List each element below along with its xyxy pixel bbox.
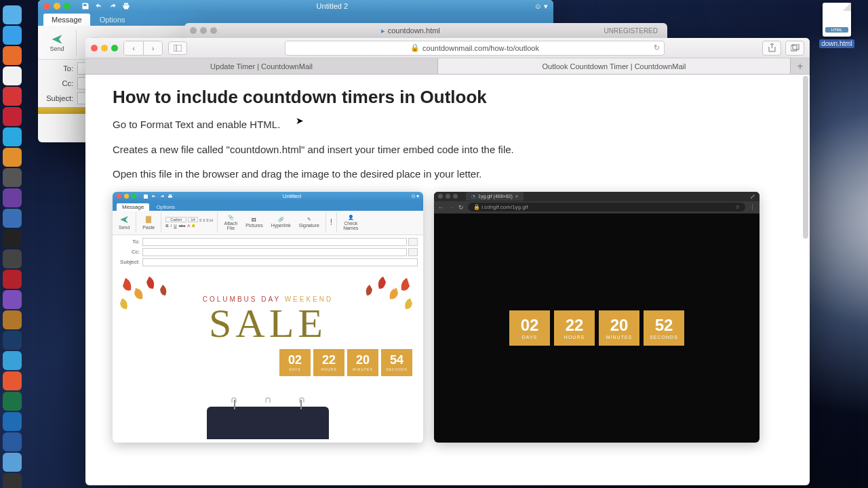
- check-names: 👤Check Names: [341, 215, 360, 230]
- print-icon[interactable]: [122, 2, 130, 10]
- svg-rect-4: [793, 44, 799, 49]
- minimize-icon[interactable]: [200, 27, 207, 34]
- close-icon[interactable]: [190, 27, 197, 34]
- dock-app3[interactable]: [3, 310, 22, 329]
- reload-icon[interactable]: ↻: [654, 43, 660, 52]
- forward-button[interactable]: ›: [143, 41, 162, 55]
- close-icon[interactable]: [43, 3, 50, 9]
- dock-yandex[interactable]: [3, 87, 22, 106]
- dock-phpstorm[interactable]: [3, 188, 22, 207]
- dock-viber[interactable]: [3, 290, 22, 309]
- dock-chrome[interactable]: [3, 66, 22, 85]
- shopping-bag-icon: [207, 407, 329, 439]
- embedded-outlook-screenshot: Untitled ☺▾ Message Options Send Paste C…: [113, 192, 423, 443]
- text-editor-window: ▸ countdown.html UNREGISTERED: [184, 23, 667, 38]
- dock-safari[interactable]: [3, 26, 22, 45]
- close-icon[interactable]: [91, 45, 98, 52]
- to-label: To:: [45, 64, 77, 73]
- undo-icon[interactable]: [95, 2, 103, 10]
- tab-options[interactable]: Options: [92, 14, 134, 26]
- safari-tab-bar: Update Timer | CountdownMail Outlook Cou…: [85, 58, 810, 75]
- sidebar-icon: [174, 45, 182, 52]
- hyperlink: 🔗Hyperlink: [269, 217, 293, 228]
- close-icon: [117, 194, 121, 199]
- dock-photoshop[interactable]: [3, 331, 22, 350]
- dock-settings[interactable]: [3, 168, 22, 187]
- page-heading: How to include countdown timers in Outlo…: [113, 87, 783, 108]
- dock-app4[interactable]: [3, 371, 22, 390]
- print-icon: [167, 194, 173, 199]
- svg-rect-3: [791, 45, 797, 51]
- dock-skype[interactable]: [3, 127, 22, 146]
- dock-app2[interactable]: [3, 249, 22, 268]
- outlook-traffic-lights[interactable]: [43, 3, 71, 9]
- send-icon: [51, 33, 63, 45]
- dock-finder[interactable]: [3, 5, 22, 24]
- safari-toolbar: ‹ › 🔒 countdownmail.com/how-to/outlook ↻: [85, 38, 810, 58]
- page-content: How to include countdown timers in Outlo…: [85, 75, 810, 485]
- screenshots-row: Untitled ☺▾ Message Options Send Paste C…: [113, 192, 783, 443]
- scrollbar[interactable]: [803, 76, 808, 239]
- share-button[interactable]: [762, 41, 781, 56]
- save-icon: [143, 194, 149, 199]
- sidebar-toggle[interactable]: [168, 41, 187, 55]
- editor-traffic-lights[interactable]: [190, 27, 217, 34]
- autumn-leaves-left-icon: [115, 271, 197, 332]
- tab-update-timer[interactable]: Update Timer | CountdownMail: [85, 58, 438, 74]
- unregistered-badge: UNREGISTERED: [604, 27, 662, 35]
- tab-message[interactable]: Message: [43, 14, 90, 26]
- expand-icon: ⤢: [750, 193, 755, 200]
- maximize-icon[interactable]: [111, 45, 118, 52]
- pictures: 🖼Pictures: [243, 218, 264, 228]
- save-icon[interactable]: [81, 2, 90, 10]
- dock-sublime[interactable]: [3, 148, 22, 167]
- attach-file: 📎Attach File: [222, 215, 239, 230]
- dock-outlook-dock[interactable]: [3, 412, 22, 431]
- back-button[interactable]: ‹: [124, 41, 143, 55]
- svg-rect-1: [174, 45, 182, 52]
- nav-buttons: ‹ ›: [123, 41, 163, 56]
- close-icon: [438, 194, 443, 199]
- desktop-file-label: down.html: [819, 39, 854, 48]
- embedded-chrome-screenshot: ◔1yg.gif (468×82)× ⤢ ← → ↻ 🔒 i.cdngif.co…: [434, 192, 760, 443]
- chrome-address: 🔒 i.cdngif.com/1yg.gif☆: [468, 203, 745, 211]
- dock-app6[interactable]: [3, 473, 22, 488]
- signature: ✎Signature: [297, 217, 321, 228]
- macos-dock: [3, 5, 24, 488]
- safari-traffic-lights[interactable]: [91, 45, 118, 52]
- dock-firefox[interactable]: [3, 46, 22, 65]
- minimize-icon[interactable]: [54, 3, 60, 9]
- editor-title: ▸ countdown.html: [221, 26, 600, 35]
- dock-excel[interactable]: [3, 392, 22, 411]
- tabs-button[interactable]: [785, 41, 804, 56]
- lock-icon: 🔒: [410, 43, 420, 52]
- countdown-large: 02DAYS 22HOURS 20MINUTES 52SECONDS: [509, 310, 684, 346]
- redo-icon[interactable]: [108, 2, 117, 10]
- dock-app1[interactable]: [3, 209, 22, 228]
- dock-telegram[interactable]: [3, 351, 22, 370]
- address-bar[interactable]: 🔒 countdownmail.com/how-to/outlook ↻: [285, 41, 665, 56]
- outlook-sync-icon[interactable]: ☺ ▾: [534, 2, 548, 11]
- dock-terminal[interactable]: [3, 229, 22, 248]
- minimize-icon[interactable]: [101, 45, 108, 52]
- dock-opera[interactable]: [3, 107, 22, 126]
- countdown-small: 02DAYS 22HOURS 20MINUTES 54SECONDS: [115, 349, 420, 376]
- tab-outlook-countdown[interactable]: Outlook Countdown Timer | CountdownMail: [438, 58, 791, 74]
- send-button[interactable]: Send: [43, 29, 71, 56]
- desktop-file-countdown-html[interactable]: HTML down.html: [818, 3, 856, 49]
- email-body-sale: COLUMBUS DAY WEEKEND SALE 02DAYS 22HOURS…: [115, 271, 420, 439]
- maximize-icon: [453, 194, 458, 199]
- new-tab-button[interactable]: +: [791, 58, 810, 74]
- maximize-icon[interactable]: [64, 3, 71, 9]
- paragraph-1: Go to Format Text and enable HTML.: [113, 117, 783, 133]
- undo-icon: [151, 194, 157, 199]
- tabs-icon: [791, 44, 800, 52]
- paste-button: Paste: [140, 215, 157, 230]
- document-icon: ▸: [381, 26, 385, 35]
- send-button: Send: [117, 215, 132, 230]
- dock-filezilla[interactable]: [3, 270, 22, 289]
- maximize-icon[interactable]: [210, 27, 217, 34]
- dock-word[interactable]: [3, 432, 22, 451]
- dock-app5[interactable]: [3, 453, 22, 472]
- maximize-icon: [132, 194, 136, 199]
